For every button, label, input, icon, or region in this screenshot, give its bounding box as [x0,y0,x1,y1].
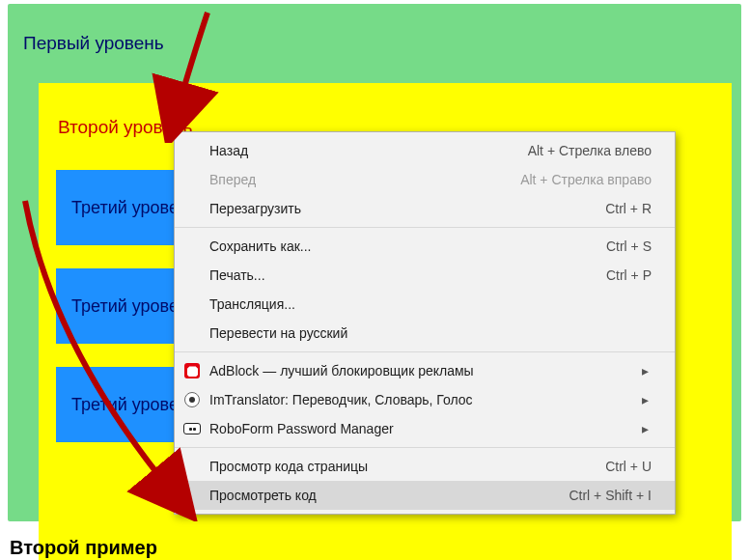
menu-item-label: Трансляция... [209,296,652,312]
menu-item-label: Перевести на русский [209,325,652,341]
menu-item-shortcut: Ctrl + U [586,459,652,474]
robo-icon [175,423,209,434]
menu-item-label: Перезагрузить [209,201,586,216]
context-menu[interactable]: НазадAlt + Стрелка влевоВпередAlt + Стре… [174,131,676,515]
imtranslator-icon [184,392,200,407]
menu-separator [175,447,675,448]
menu-item-label: Просмотр кода страницы [209,459,586,474]
adblock-icon [175,363,209,378]
roboform-icon [183,423,201,434]
menu-item-label: AdBlock — лучший блокировщик рекламы [209,363,630,378]
level2-label: Второй уровень [58,117,192,138]
menu-item-shortcut: Ctrl + Shift + I [549,488,652,503]
menu-item-saveas[interactable]: Сохранить как...Ctrl + S [175,232,675,261]
menu-separator [175,227,675,228]
footer-heading: Второй пример [10,537,157,559]
menu-item-imtrans[interactable]: ImTranslator: Переводчик, Словарь, Голос… [175,385,675,414]
submenu-arrow-icon: ▸ [638,392,652,407]
menu-item-roboform[interactable]: RoboForm Password Manager▸ [175,414,675,443]
menu-item-reload[interactable]: ПерезагрузитьCtrl + R [175,194,675,223]
menu-item-inspect[interactable]: Просмотреть кодCtrl + Shift + I [175,481,675,510]
menu-item-label: Вперед [209,172,501,187]
menu-item-shortcut: Ctrl + R [586,201,652,216]
menu-item-label: ImTranslator: Переводчик, Словарь, Голос [209,392,630,407]
menu-item-shortcut: Ctrl + S [587,238,652,254]
menu-item-viewsrc[interactable]: Просмотр кода страницыCtrl + U [175,452,675,481]
submenu-arrow-icon: ▸ [638,363,652,378]
menu-item-cast[interactable]: Трансляция... [175,290,675,319]
menu-item-label: Назад [209,143,509,158]
menu-item-label: Просмотреть код [209,488,549,503]
menu-separator [175,351,675,352]
menu-item-shortcut: Ctrl + P [587,267,652,283]
menu-item-shortcut: Alt + Стрелка вправо [501,172,652,187]
menu-item-label: RoboForm Password Manager [209,421,630,436]
menu-item-shortcut: Alt + Стрелка влево [509,143,652,158]
menu-item-adblock[interactable]: AdBlock — лучший блокировщик рекламы▸ [175,356,675,385]
adblock-icon [184,363,200,378]
menu-item-label: Сохранить как... [209,238,587,254]
imtrans-icon [175,392,209,407]
menu-item-back[interactable]: НазадAlt + Стрелка влево [175,136,675,165]
menu-item-translate[interactable]: Перевести на русский [175,319,675,348]
submenu-arrow-icon: ▸ [638,421,652,436]
level1-label: Первый уровень [23,33,164,54]
menu-item-label: Печать... [209,267,587,283]
menu-item-forward: ВпередAlt + Стрелка вправо [175,165,675,194]
menu-item-print[interactable]: Печать...Ctrl + P [175,261,675,290]
